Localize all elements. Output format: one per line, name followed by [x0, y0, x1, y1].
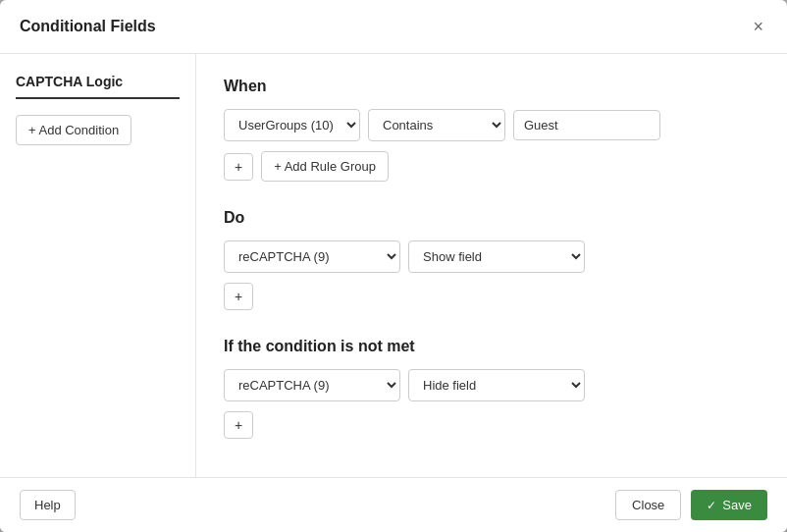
footer-right: Close ✓ Save: [615, 490, 767, 520]
when-row-1: UserGroups (10) Contains Does not contai…: [224, 109, 760, 141]
condition-not-met-row-1: reCAPTCHA (9) Show field Hide field: [224, 369, 760, 401]
do-title: Do: [224, 209, 760, 227]
when-plus-button[interactable]: +: [224, 153, 253, 181]
do-field-select[interactable]: reCAPTCHA (9): [224, 240, 400, 273]
when-operator-select[interactable]: Contains Does not contain Equals: [368, 109, 505, 141]
sidebar: CAPTCHA Logic + Add Condition: [0, 54, 196, 477]
add-condition-button[interactable]: + Add Condition: [16, 115, 131, 145]
condition-not-met-title: If the condition is not met: [224, 338, 760, 355]
condition-not-met-section: If the condition is not met reCAPTCHA (9…: [224, 338, 760, 439]
when-field-select[interactable]: UserGroups (10): [224, 109, 360, 141]
not-met-plus-button[interactable]: +: [224, 411, 253, 439]
close-modal-button[interactable]: Close: [615, 490, 681, 520]
save-label: Save: [722, 498, 752, 512]
condition-not-met-row-2: +: [224, 411, 760, 439]
add-rule-group-button[interactable]: + Add Rule Group: [261, 151, 389, 182]
add-condition-label: + Add Condition: [28, 123, 119, 137]
not-met-field-select[interactable]: reCAPTCHA (9): [224, 369, 400, 401]
do-row-1: reCAPTCHA (9) Show field Hide field: [224, 240, 760, 273]
help-button[interactable]: Help: [20, 490, 76, 520]
sidebar-item-captcha-logic: CAPTCHA Logic: [16, 74, 180, 99]
modal: Conditional Fields × CAPTCHA Logic + Add…: [0, 0, 787, 532]
add-rule-group-label: + Add Rule Group: [274, 159, 376, 174]
when-row-2: + + Add Rule Group: [224, 151, 760, 182]
not-met-action-select[interactable]: Show field Hide field: [408, 369, 585, 401]
when-title: When: [224, 78, 760, 95]
modal-header: Conditional Fields ×: [0, 0, 787, 54]
save-button[interactable]: ✓ Save: [691, 490, 767, 520]
modal-footer: Help Close ✓ Save: [0, 477, 787, 532]
modal-body: CAPTCHA Logic + Add Condition When UserG…: [0, 54, 787, 477]
save-check-icon: ✓: [707, 499, 716, 512]
modal-title: Conditional Fields: [20, 18, 156, 35]
do-section: Do reCAPTCHA (9) Show field Hide field +: [224, 209, 760, 310]
when-section: When UserGroups (10) Contains Does not c…: [224, 78, 760, 182]
when-value-input[interactable]: [513, 110, 660, 140]
do-row-2: +: [224, 283, 760, 310]
modal-close-button[interactable]: ×: [749, 16, 767, 37]
do-plus-button[interactable]: +: [224, 283, 253, 310]
main-content: When UserGroups (10) Contains Does not c…: [196, 54, 787, 477]
modal-overlay: Conditional Fields × CAPTCHA Logic + Add…: [0, 0, 787, 532]
do-action-select[interactable]: Show field Hide field: [408, 240, 585, 273]
